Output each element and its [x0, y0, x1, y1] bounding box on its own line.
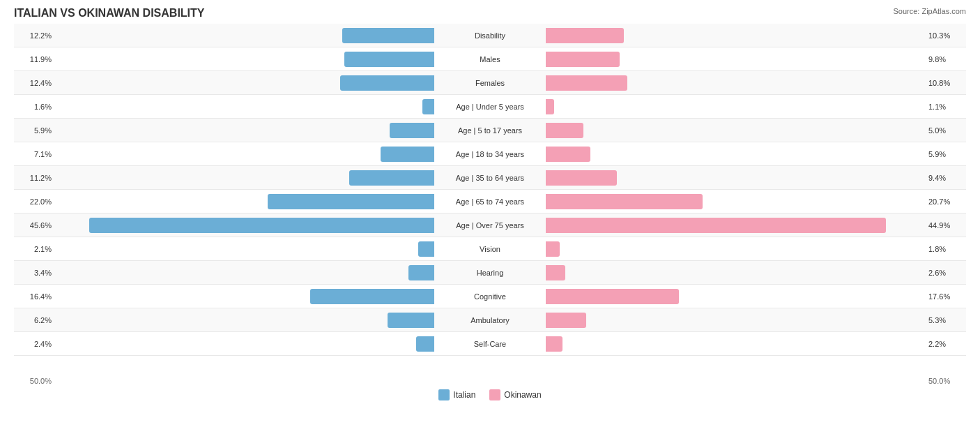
right-value: 9.8% [924, 55, 966, 63]
left-bar [340, 75, 434, 91]
row-label: Hearing [434, 269, 546, 277]
chart-row: 3.4%Hearing2.6% [14, 261, 966, 285]
bars-wrapper: Disability [56, 24, 924, 47]
right-value: 2.2% [924, 340, 966, 348]
right-bar [546, 194, 703, 209]
right-value: 20.7% [924, 197, 966, 206]
right-bar-container [546, 99, 924, 114]
row-label: Age | 65 to 74 years [434, 197, 546, 206]
chart-row: 5.9%Age | 5 to 17 years5.0% [14, 119, 966, 142]
chart-row: 6.2%Ambulatory5.3% [14, 308, 966, 332]
right-value: 10.8% [924, 79, 966, 87]
bars-wrapper: Cognitive [56, 285, 924, 308]
legend: Italian Okinawan [14, 389, 966, 400]
left-bar-container [56, 289, 434, 304]
left-bar-container [56, 336, 434, 352]
right-bar-container [546, 147, 924, 162]
left-bar-container [56, 313, 434, 328]
chart-row: 7.1%Age | 18 to 34 years5.9% [14, 142, 966, 166]
legend-italian: Italian [438, 389, 475, 400]
legend-italian-label: Italian [453, 390, 475, 400]
left-bar-container [56, 75, 434, 91]
row-label: Males [434, 55, 546, 63]
left-value: 12.4% [14, 79, 56, 87]
left-value: 6.2% [14, 316, 56, 324]
chart-row: 2.4%Self-Care2.2% [14, 332, 966, 356]
legend-okinawan: Okinawan [489, 389, 541, 400]
right-bar-container [546, 289, 924, 304]
chart-row: 12.2%Disability10.3% [14, 24, 966, 47]
right-bar-container [546, 241, 924, 257]
left-value: 3.4% [14, 269, 56, 277]
row-label: Age | Under 5 years [434, 103, 546, 111]
bars-wrapper: Self-Care [56, 332, 924, 355]
left-bar [416, 336, 434, 352]
left-bar-container [56, 28, 434, 43]
right-bar [546, 241, 560, 257]
right-bar [546, 170, 617, 186]
left-bar [408, 265, 434, 280]
right-value: 5.9% [924, 150, 966, 158]
legend-okinawan-label: Okinawan [504, 390, 541, 400]
left-bar-container [56, 241, 434, 257]
row-label: Self-Care [434, 340, 546, 348]
right-bar [546, 99, 554, 114]
left-value: 1.6% [14, 103, 56, 111]
left-value: 5.9% [14, 126, 56, 135]
bars-wrapper: Vision [56, 237, 924, 260]
left-bar [349, 170, 434, 186]
right-bar [546, 147, 590, 162]
right-value: 2.6% [924, 269, 966, 277]
right-value: 1.8% [924, 245, 966, 253]
chart-row: 22.0%Age | 65 to 74 years20.7% [14, 190, 966, 214]
row-label: Age | Over 75 years [434, 221, 546, 230]
chart-title: ITALIAN VS OKINAWAN DISABILITY [14, 7, 966, 20]
row-label: Age | 35 to 64 years [434, 174, 546, 182]
bars-wrapper: Age | Under 5 years [56, 95, 924, 118]
right-bar [546, 75, 627, 91]
bars-wrapper: Age | Over 75 years [56, 214, 924, 237]
chart-row: 11.2%Age | 35 to 64 years9.4% [14, 166, 966, 190]
axis-right-label: 50.0% [924, 377, 966, 385]
left-bar-container [56, 99, 434, 114]
left-bar [89, 218, 434, 233]
row-label: Age | 5 to 17 years [434, 126, 546, 135]
chart-row: 16.4%Cognitive17.6% [14, 285, 966, 308]
right-bar [546, 313, 586, 328]
left-bar-container [56, 194, 434, 209]
left-bar-container [56, 170, 434, 186]
left-value: 2.4% [14, 340, 56, 348]
legend-okinawan-icon [489, 389, 500, 400]
right-bar [546, 52, 620, 67]
right-bar-container [546, 170, 924, 186]
left-value: 11.9% [14, 55, 56, 63]
left-value: 16.4% [14, 292, 56, 301]
bars-wrapper: Males [56, 47, 924, 70]
left-bar [268, 194, 434, 209]
axis-left-label: 50.0% [14, 377, 56, 385]
right-bar-container [546, 265, 924, 280]
left-value: 45.6% [14, 221, 56, 230]
left-bar [388, 313, 434, 328]
axis-row: 50.0% 50.0% [14, 377, 966, 385]
right-bar-container [546, 313, 924, 328]
left-bar [381, 147, 434, 162]
left-bar-container [56, 218, 434, 233]
row-label: Females [434, 79, 546, 87]
right-bar [546, 289, 679, 304]
row-label: Cognitive [434, 292, 546, 301]
right-bar [546, 218, 886, 233]
bars-wrapper: Age | 18 to 34 years [56, 142, 924, 165]
right-bar-container [546, 75, 924, 91]
row-label: Disability [434, 31, 546, 40]
bars-wrapper: Hearing [56, 261, 924, 284]
legend-italian-icon [438, 389, 450, 400]
right-value: 5.3% [924, 316, 966, 324]
right-bar [546, 265, 565, 280]
left-bar-container [56, 147, 434, 162]
right-value: 17.6% [924, 292, 966, 301]
right-bar-container [546, 218, 924, 233]
source-label: Source: ZipAtlas.com [893, 7, 966, 15]
left-bar [422, 99, 434, 114]
left-value: 12.2% [14, 31, 56, 40]
